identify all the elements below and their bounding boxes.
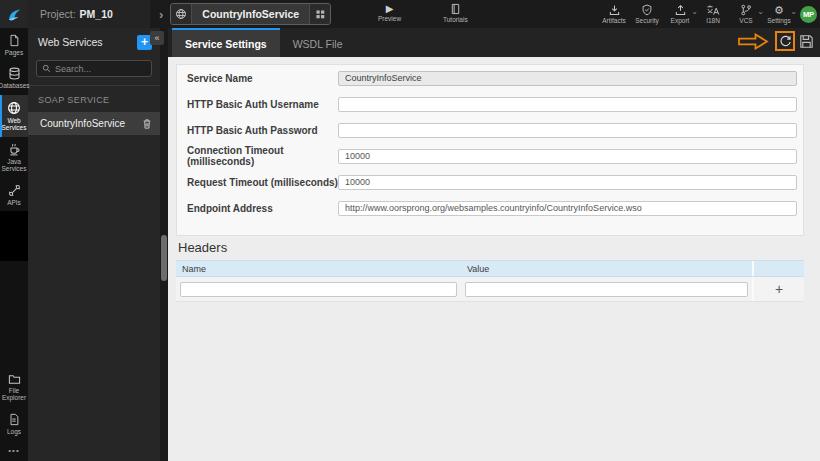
security-label: Security [635,17,658,24]
headers-section-title: Headers [178,240,227,255]
preview-label: Preview [378,15,401,22]
service-name-input [338,71,797,86]
user-avatar[interactable]: MP [800,6,817,23]
header-name-cell [176,277,461,301]
sidebar-item-apis[interactable]: APIs [0,178,28,211]
sidebar-item-databases[interactable]: Databases [0,61,28,94]
tutorials-label: Tutorials [443,16,468,23]
grid-switcher-icon[interactable] [309,4,330,24]
folder-icon [8,373,21,385]
headers-table-row: + [176,277,804,302]
nodes-icon [8,184,21,197]
header-actions-cell: + [752,277,804,301]
security-button[interactable]: Security [635,4,659,24]
field-label: Connection Timeout (milliseconds) [187,145,338,167]
sidebar-item-web-services[interactable]: Web Services [0,95,28,137]
form-row: HTTP Basic Auth Password [177,117,803,143]
collapse-panel-button[interactable]: « [150,31,164,45]
sidebar-spacer [0,211,28,261]
sidebar-item-pages[interactable]: Pages [0,28,28,61]
upload-icon [674,4,687,16]
field-label: HTTP Basic Auth Password [187,125,338,136]
field-label: Request Timeout (milliseconds) [187,177,338,188]
field-label: Service Name [187,73,338,84]
translate-icon [706,4,720,16]
preview-button[interactable]: ▶ Preview [378,3,401,22]
export-button[interactable]: Export ⌄ [668,4,692,24]
sidebar-bottom-group: File Explorer Logs ••• [0,367,28,461]
trash-icon [142,118,152,130]
tab-service-settings[interactable]: Service Settings [172,28,280,57]
vcs-button[interactable]: VCS ⌄ [734,4,758,24]
artifacts-label: Artifacts [602,17,625,24]
settings-button[interactable]: ⚙ Settings ⌄ [767,4,791,24]
form-row: Request Timeout (milliseconds) [177,169,803,195]
header-value-cell [461,277,752,301]
coffee-icon [8,143,21,156]
sidebar-item-logs[interactable]: Logs [0,407,28,440]
headers-table: Name Value + [176,260,804,302]
tutorials-button[interactable]: Tutorials [443,3,468,23]
editor-tabbar: Service Settings WSDL File [168,28,820,57]
scrollbar-thumb[interactable] [161,235,167,281]
play-icon: ▶ [386,3,394,14]
chevron-down-icon: ⌄ [757,7,764,16]
service-tab-label: CountryInfoService [192,4,309,24]
sidebar-item-label: Logs [7,428,21,435]
sidebar-item-label: Databases [0,82,30,89]
header-name-input[interactable] [180,282,457,297]
left-sidebar: Pages Databases Web Services [0,28,28,461]
sidebar-item-file-explorer[interactable]: File Explorer [0,367,28,407]
search-input[interactable] [55,64,146,74]
panel-header: Web Services + [28,28,160,53]
sidebar-item-label: Web Services [1,117,27,132]
branch-icon [740,4,752,16]
service-breadcrumb-tab[interactable]: CountryInfoService [170,3,331,25]
settings-label: Settings [767,17,791,24]
form-row: Endpoint Address [177,195,803,221]
reload-service-button[interactable] [775,31,795,51]
log-icon [8,413,20,426]
http-basic-auth-password-input[interactable] [338,123,797,138]
headers-table-header: Name Value [176,260,804,277]
i18n-label: I18N [706,17,720,24]
delete-service-button[interactable] [142,118,152,130]
save-service-button[interactable] [799,34,814,49]
download-icon [608,4,621,16]
more-options-button[interactable]: ••• [0,440,28,461]
add-header-button[interactable]: + [754,277,804,302]
sidebar-item-label: Java Services [1,158,27,173]
section-label: SOAP SERVICE [28,85,160,112]
field-label: HTTP Basic Auth Username [187,99,338,110]
vcs-label: VCS [739,17,752,24]
save-icon [799,34,814,49]
sidebar-item-label: APIs [7,199,21,206]
project-name: PM_10 [80,8,113,20]
i18n-button[interactable]: I18N [701,4,725,24]
book-icon [450,3,461,15]
web-services-panel: Web Services + SOAP SERVICE CountryInfoS… [28,28,160,461]
column-header-value: Value [461,261,752,276]
sidebar-item-java-services[interactable]: Java Services [0,137,28,178]
connection-timeout-input[interactable] [338,149,797,164]
export-label: Export [671,17,690,24]
sidebar-item-label: Pages [5,49,23,56]
service-settings-content: Service Name HTTP Basic Auth Username HT… [168,57,820,461]
endpoint-address-input[interactable] [338,201,797,216]
http-basic-auth-username-input[interactable] [338,97,797,112]
service-list-item[interactable]: CountryInfoService [28,112,160,135]
database-icon [8,67,21,80]
project-label: Project: [40,8,76,20]
breadcrumb-chevron-icon: › [159,7,163,22]
topbar-menu: Artifacts Security Export ⌄ [602,0,817,28]
shield-icon [641,4,653,16]
request-timeout-input[interactable] [338,175,797,190]
form-row: Service Name [177,65,803,91]
app-logo[interactable] [0,0,28,28]
annotation-arrow [738,33,769,50]
tab-wsdl-file[interactable]: WSDL File [280,28,356,57]
settings-form-card: Service Name HTTP Basic Auth Username HT… [176,64,804,236]
artifacts-button[interactable]: Artifacts [602,4,626,24]
header-value-input[interactable] [465,282,748,297]
search-icon [42,64,51,73]
